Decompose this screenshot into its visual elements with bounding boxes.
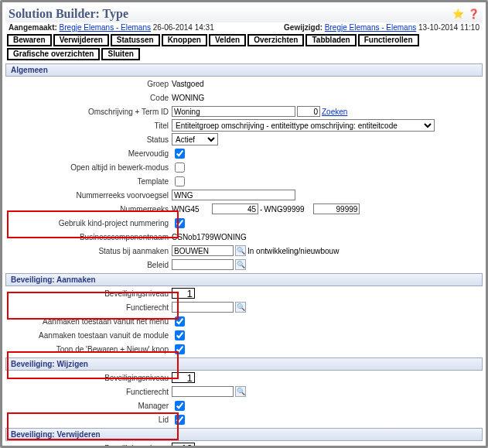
aanmaken-menu-label: Aanmaken toestaan vanuit het menu: [5, 317, 172, 326]
aanmaken-module-checkbox[interactable]: [175, 330, 185, 340]
aanmaken-bewaren-checkbox[interactable]: [175, 344, 185, 354]
groep-value: Vastgoed: [172, 80, 204, 88]
created-user-link[interactable]: Bregje Elemans - Elemans: [60, 23, 151, 32]
aanmaken-niveau-input[interactable]: [172, 288, 195, 299]
statussen-button[interactable]: Statussen: [111, 34, 160, 46]
aanmaken-module-label: Aanmaken toestaan vanuit de module: [5, 331, 172, 340]
help-icon[interactable]: ❓: [467, 8, 479, 20]
page-title: Solution Builder: Type: [9, 7, 452, 21]
beleid-label: Beleid: [5, 261, 172, 269]
aanmaken-bewaren-label: Toon de 'Bewaren + Nieuw' knop: [5, 345, 172, 354]
dash: -: [260, 205, 262, 214]
nummerreeks-a: WNG45: [172, 205, 210, 214]
verwijderen-button[interactable]: Verwijderen: [53, 34, 109, 46]
modified-date: 13-10-2014 11:10: [418, 23, 479, 32]
nummerreeks-label: Nummerreeks: [5, 205, 172, 214]
voorvoegsel-input[interactable]: [172, 190, 295, 200]
open-label: Open altijd in bewerk-modus: [5, 163, 172, 172]
statusbij-label: Status bij aanmaken: [5, 247, 172, 255]
statusbij-desc: In ontwikkeling/nieuwbouw: [247, 247, 339, 255]
velden-button[interactable]: Velden: [209, 34, 246, 46]
lookup-icon[interactable]: 🔍: [235, 302, 246, 313]
nummerreeks-d-input[interactable]: [313, 203, 360, 214]
verwijderen-niveau-input[interactable]: [172, 443, 195, 448]
lookup-icon[interactable]: 🔍: [235, 245, 246, 256]
verwijderen-niveau-label: Beveiligingsniveau: [5, 444, 172, 449]
titel-label: Titel: [5, 121, 172, 130]
wijzigen-niveau-label: Beveiligingsniveau: [5, 374, 172, 382]
sluiten-button[interactable]: Sluiten: [101, 48, 139, 60]
component-label: Businesscomponentnaam: [5, 233, 172, 241]
lookup-icon[interactable]: 🔍: [235, 259, 246, 270]
favorite-icon[interactable]: ⭐: [452, 8, 464, 20]
beleid-input[interactable]: [172, 259, 234, 270]
title-bar: Solution Builder: Type ⭐ ❓: [5, 5, 483, 22]
section-aanmaken: Beveiliging: Aanmaken: [5, 273, 483, 286]
created-date: 26-06-2014 14:31: [153, 23, 214, 32]
button-bar: Bewaren Verwijderen Statussen Knoppen Ve…: [5, 32, 483, 62]
meta-line: Aangemaakt: Bregje Elemans - Elemans 26-…: [5, 22, 483, 32]
status-select[interactable]: Actief: [172, 133, 218, 145]
modified-label: Gewijzigd:: [284, 23, 322, 32]
section-verwijderen: Beveiliging: Verwijderen: [5, 428, 483, 441]
open-checkbox[interactable]: [175, 162, 185, 173]
voorvoegsel-label: Nummerreeks voorvoegsel: [5, 191, 172, 200]
wijzigen-niveau-input[interactable]: [172, 372, 195, 383]
knoppen-button[interactable]: Knoppen: [162, 34, 207, 46]
wijzigen-lid-label: Lid: [5, 416, 172, 424]
wijzigen-functierecht-label: Functierecht: [5, 388, 172, 396]
bewaren-button[interactable]: Bewaren: [7, 34, 52, 46]
aanmaken-functierecht-label: Functierecht: [5, 303, 172, 312]
lookup-icon[interactable]: 🔍: [235, 386, 246, 397]
modified-user-link[interactable]: Bregje Elemans - Elemans: [325, 23, 416, 32]
aanmaken-niveau-label: Beveiligingsniveau: [5, 289, 172, 298]
meervoudig-label: Meervoudig: [5, 149, 172, 158]
aanmaken-menu-checkbox[interactable]: [175, 316, 185, 327]
kind-label: Gebruik kind-project nummering: [5, 219, 172, 227]
nummerreeks-b-input[interactable]: [212, 203, 258, 214]
code-value: WONING: [172, 94, 204, 102]
statusbij-input[interactable]: [172, 245, 234, 256]
section-algemeen: Algemeen: [5, 63, 483, 77]
titel-select[interactable]: Entiteitgroep omschrijving - entiteittyp…: [172, 119, 435, 132]
created-label: Aangemaakt:: [9, 23, 57, 32]
groep-label: Groep: [5, 80, 172, 88]
kind-checkbox[interactable]: [175, 218, 185, 228]
meervoudig-checkbox[interactable]: [175, 149, 185, 159]
functierollen-button[interactable]: Functierollen: [358, 34, 419, 46]
aanmaken-functierecht-input[interactable]: [172, 302, 234, 313]
status-label: Status: [5, 135, 172, 144]
code-label: Code: [5, 94, 172, 102]
template-label: Template: [5, 177, 172, 186]
section-wijzigen: Beveiliging: Wijzigen: [5, 357, 483, 371]
omschrijving-num-input[interactable]: [297, 106, 320, 117]
overzichten-button[interactable]: Overzichten: [247, 34, 304, 46]
grafische-button[interactable]: Grafische overzichten: [7, 48, 100, 60]
omschrijving-input[interactable]: [172, 106, 295, 117]
tabbladen-button[interactable]: Tabbladen: [305, 34, 356, 46]
wijzigen-manager-label: Manager: [5, 402, 172, 410]
nummerreeks-c: WNG99999: [264, 205, 312, 214]
wijzigen-manager-checkbox[interactable]: [175, 401, 185, 411]
omschrijving-label: Omschrijving + Term ID: [5, 108, 172, 116]
template-checkbox[interactable]: [175, 176, 185, 186]
component-value: CSNob1799WONING: [172, 233, 247, 241]
wijzigen-functierecht-input[interactable]: [172, 386, 234, 397]
wijzigen-lid-checkbox[interactable]: [175, 415, 185, 425]
zoeken-link[interactable]: Zoeken: [322, 108, 347, 116]
